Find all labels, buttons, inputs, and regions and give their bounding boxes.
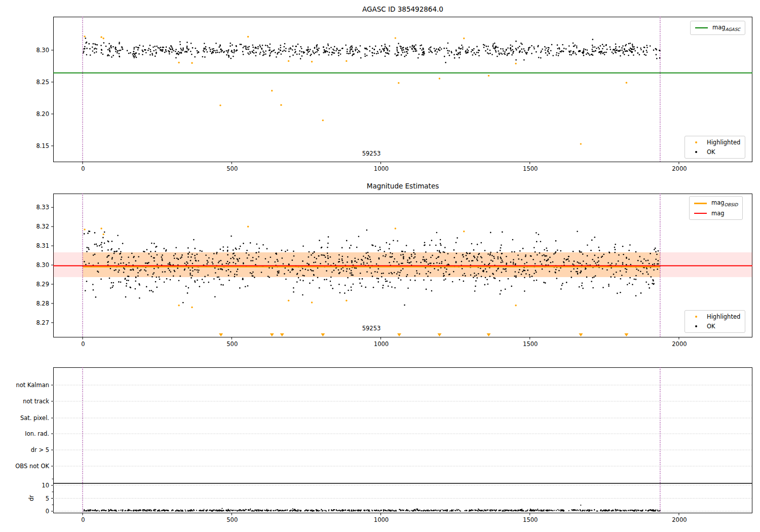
chart1-y-ticks [51, 50, 53, 146]
y-tick-label: 8.27 [36, 320, 49, 326]
legend-entry-mag: mag [694, 210, 738, 217]
highlighted-points [84, 35, 627, 145]
flag-label: dr > 5 [31, 447, 49, 453]
chart2-line-legend: magOBSID mag [689, 196, 743, 220]
legend-label: magOBSID [711, 199, 738, 207]
chart2-y-ticks [51, 207, 53, 323]
y-tick-label: 8.20 [36, 111, 49, 118]
chart2-marker-legend: Highlighted OK [685, 310, 745, 333]
y-tick-label: 8.28 [36, 301, 49, 307]
legend-label: Highlighted [707, 139, 740, 146]
x-tick-label: 1000 [374, 166, 389, 172]
dr-tick-label: 5 [46, 496, 49, 502]
chart1-title: AGASC ID 385492864.0 [362, 5, 443, 13]
red-line-swatch [694, 213, 707, 214]
x-tick-label: 1500 [523, 166, 538, 172]
y-tick-label: 8.25 [36, 80, 49, 86]
x-tick-label: 1000 [374, 341, 389, 348]
x-tick-label: 2000 [672, 341, 687, 348]
chart3-obsid-vlines [83, 367, 660, 513]
y-tick-label: 8.32 [36, 224, 49, 230]
legend-entry-highlighted: Highlighted [690, 313, 740, 320]
legend-label: OK [707, 148, 715, 156]
flag-label: Sat. pixel. [20, 415, 49, 422]
legend-label: magAGASC [712, 24, 740, 32]
x-tick-label: 0 [81, 341, 85, 348]
chart2-axes: 05001000150020008.338.328.318.308.298.28… [53, 194, 752, 337]
chart1-obsid-vlines [83, 17, 660, 162]
chart2-obsid-label: 59253 [362, 325, 381, 332]
ok-points [83, 37, 660, 63]
x-tick-label: 500 [226, 517, 238, 523]
legend-label: OK [707, 323, 715, 330]
orange-dot-swatch [690, 316, 702, 318]
chart3-gridlines [53, 385, 752, 511]
chart3-dr-axis-label: dr [28, 495, 35, 501]
x-tick-label: 500 [226, 341, 238, 348]
flag-label: not track [23, 399, 49, 405]
x-tick-label: 1000 [374, 517, 389, 523]
legend-entry-ok: OK [690, 323, 740, 330]
x-tick-label: 2000 [672, 517, 687, 523]
legend-label: mag [711, 210, 725, 217]
clipped-low-markers [219, 333, 628, 336]
black-dot-swatch [690, 325, 702, 327]
figure: AGASC ID 385492864.0 05001000150020008.3… [0, 0, 760, 532]
x-tick-label: 1500 [523, 341, 538, 348]
black-dot-swatch [690, 151, 702, 153]
chart2-title: Magnitude Estimates [367, 182, 439, 190]
x-tick-label: 0 [81, 517, 85, 523]
chart1-x-ticks [83, 162, 679, 164]
chart1-axes: 05001000150020008.308.258.208.15 [53, 17, 752, 162]
legend-label: Highlighted [707, 313, 740, 320]
y-tick-label: 8.31 [36, 243, 49, 249]
y-tick-label: 8.30 [36, 262, 49, 269]
y-tick-label: 8.30 [36, 48, 49, 54]
chart3-x-ticks [83, 513, 679, 515]
x-tick-label: 2000 [672, 166, 687, 172]
legend-entry-ok: OK [690, 148, 740, 156]
chart3-axes: 0500100015002000not Kalmannot trackSat. … [53, 367, 752, 513]
dr-points [84, 505, 661, 512]
legend-entry-mag-obsid: magOBSID [694, 199, 738, 207]
x-tick-label: 500 [226, 166, 238, 172]
y-tick-label: 8.33 [36, 205, 49, 211]
chart1-marker-legend: Highlighted OK [685, 136, 745, 159]
chart1-line-legend: magAGASC [690, 21, 745, 35]
dr-tick-label: 0 [46, 509, 49, 515]
x-tick-label: 1500 [523, 517, 538, 523]
flag-label: OBS not OK [15, 464, 49, 470]
orange-dot-swatch [690, 141, 702, 143]
chart2-x-ticks [83, 337, 679, 339]
flag-label: not Kalman [16, 383, 49, 389]
chart1-obsid-label: 59253 [362, 150, 381, 157]
dr-tick-label: 10 [42, 483, 49, 489]
y-tick-label: 8.29 [36, 282, 49, 288]
orange-line-swatch [694, 203, 707, 204]
y-tick-label: 8.15 [36, 143, 49, 149]
legend-entry-highlighted: Highlighted [690, 139, 740, 146]
legend-entry-mag-agasc: magAGASC [695, 24, 740, 32]
chart3-y-ticks [51, 385, 53, 511]
green-line-swatch [695, 27, 708, 28]
flag-label: Ion. rad. [25, 431, 49, 437]
x-tick-label: 0 [81, 166, 85, 172]
